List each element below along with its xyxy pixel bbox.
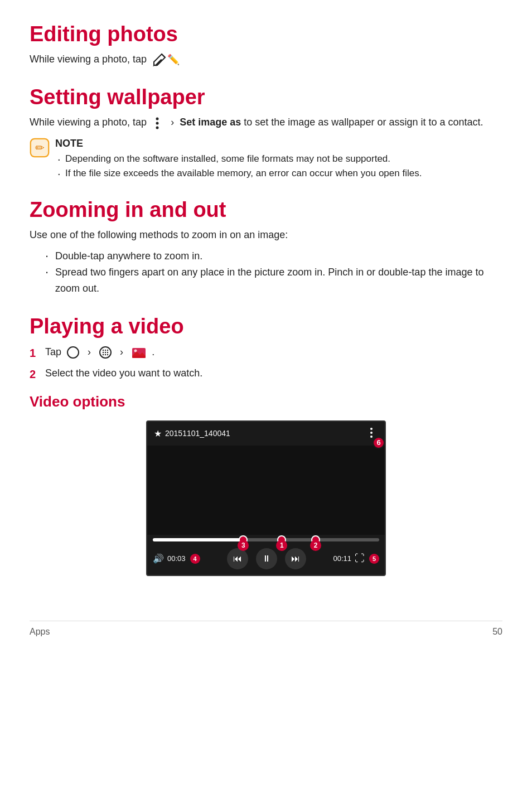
zooming-item-2: Spread two fingers apart on any place in… bbox=[45, 264, 502, 297]
badge-6: 6 bbox=[373, 437, 385, 449]
note-pencil-icon: ✏ bbox=[30, 138, 50, 158]
progress-bar[interactable]: 3 1 2 bbox=[153, 538, 379, 541]
setting-wallpaper-description: While viewing a photo, tap › Set image a… bbox=[30, 115, 502, 130]
step-2: 2 Select the video you want to watch. bbox=[30, 365, 502, 383]
note-icon-wrapper: ✏ bbox=[30, 138, 50, 161]
svg-point-4 bbox=[156, 117, 159, 120]
svg-point-16 bbox=[105, 352, 106, 353]
svg-point-5 bbox=[156, 122, 159, 124]
pause-button[interactable]: ⏸ bbox=[256, 548, 277, 569]
note-content: NOTE Depending on the software installed… bbox=[55, 138, 422, 180]
svg-point-26 bbox=[370, 432, 373, 434]
zooming-item-1: Double-tap anywhere to zoom in. bbox=[45, 248, 502, 264]
setting-wallpaper-heading: Setting wallpaper bbox=[30, 85, 502, 109]
svg-point-6 bbox=[156, 126, 159, 129]
playing-video-section: Playing a video 1 Tap › bbox=[30, 315, 502, 576]
video-controls: 🔊 00:03 4 ⏮ ⏸ ⏭ 00:11 ⛶ 5 bbox=[147, 544, 385, 575]
rewind-button[interactable]: ⏮ bbox=[227, 548, 248, 569]
badge-4: 4 bbox=[190, 554, 200, 564]
volume-icon[interactable]: 🔊 bbox=[153, 553, 164, 564]
menu-dots-icon bbox=[152, 117, 162, 130]
video-progress: 3 1 2 bbox=[147, 535, 385, 541]
step-1: 1 Tap › bbox=[30, 344, 502, 362]
footer-left: Apps bbox=[30, 627, 50, 637]
apps-grid-icon bbox=[99, 346, 112, 359]
progress-thumb[interactable]: 3 bbox=[239, 535, 248, 544]
svg-point-19 bbox=[105, 354, 106, 355]
time-start: 00:03 bbox=[167, 554, 186, 563]
playing-video-steps: 1 Tap › bbox=[30, 344, 502, 383]
note-title: NOTE bbox=[55, 138, 422, 149]
video-filename-area: ★ 20151101_140041 bbox=[154, 428, 230, 439]
svg-point-15 bbox=[103, 352, 104, 353]
svg-point-25 bbox=[370, 428, 373, 430]
edit-pencil-icon: ✏️ bbox=[149, 52, 180, 67]
svg-text:✏: ✏ bbox=[35, 142, 45, 154]
video-playback-controls: ⏮ ⏸ ⏭ bbox=[227, 548, 306, 569]
home-circle-icon bbox=[66, 346, 80, 359]
note-item-1: Depending on the software installed, som… bbox=[55, 152, 422, 166]
note-box: ✏ NOTE Depending on the software install… bbox=[30, 138, 502, 180]
badge-1: 1 bbox=[276, 540, 287, 551]
badge-5: 5 bbox=[369, 554, 379, 564]
footer-page-number: 50 bbox=[492, 627, 502, 637]
fullscreen-icon[interactable]: ⛶ bbox=[355, 553, 365, 564]
editing-photos-section: Editing photos While viewing a photo, ta… bbox=[30, 22, 502, 67]
zooming-section: Zooming in and out Use one of the follow… bbox=[30, 198, 502, 296]
video-player: ★ 20151101_140041 6 bbox=[146, 420, 386, 576]
page-footer: Apps 50 bbox=[30, 621, 502, 637]
svg-point-14 bbox=[107, 350, 108, 351]
video-end-time: 00:11 ⛶ 5 bbox=[333, 553, 379, 564]
svg-point-20 bbox=[107, 354, 108, 355]
playing-video-heading: Playing a video bbox=[30, 315, 502, 338]
svg-point-18 bbox=[103, 354, 104, 355]
gallery-icon bbox=[131, 345, 147, 360]
svg-point-27 bbox=[370, 436, 373, 438]
note-item-2: If the file size exceeds the available m… bbox=[55, 166, 422, 181]
svg-point-10 bbox=[67, 347, 79, 358]
video-filename: 20151101_140041 bbox=[165, 429, 230, 438]
star-icon: ★ bbox=[154, 428, 162, 439]
svg-point-17 bbox=[107, 352, 108, 353]
more-options-button[interactable]: 6 bbox=[365, 426, 378, 441]
badge-2: 2 bbox=[310, 540, 321, 551]
editing-photos-heading: Editing photos bbox=[30, 22, 502, 46]
time-end: 00:11 bbox=[333, 554, 351, 563]
badge-3: 3 bbox=[238, 540, 249, 551]
video-options-heading: Video options bbox=[30, 393, 502, 410]
zooming-heading: Zooming in and out bbox=[30, 198, 502, 222]
zooming-list: Double-tap anywhere to zoom in. Spread t… bbox=[30, 248, 502, 296]
setting-wallpaper-section: Setting wallpaper While viewing a photo,… bbox=[30, 85, 502, 180]
svg-point-12 bbox=[103, 350, 104, 351]
fast-forward-button[interactable]: ⏭ bbox=[285, 548, 306, 569]
svg-line-2 bbox=[162, 54, 165, 57]
video-options-subsection: Video options ★ 20151101_140041 6 bbox=[30, 393, 502, 576]
progress-marker-1: 1 bbox=[277, 535, 286, 544]
video-frame bbox=[147, 446, 385, 535]
editing-photos-description: While viewing a photo, tap ✏️ bbox=[30, 52, 502, 67]
progress-marker-2: 2 bbox=[311, 535, 320, 544]
zooming-intro: Use one of the following methods to zoom… bbox=[30, 228, 502, 243]
video-top-bar: ★ 20151101_140041 6 bbox=[147, 422, 385, 446]
svg-point-13 bbox=[105, 350, 106, 351]
progress-fill: 3 bbox=[153, 538, 243, 541]
video-volume-time: 🔊 00:03 4 bbox=[153, 553, 200, 564]
note-list: Depending on the software installed, som… bbox=[55, 152, 422, 180]
